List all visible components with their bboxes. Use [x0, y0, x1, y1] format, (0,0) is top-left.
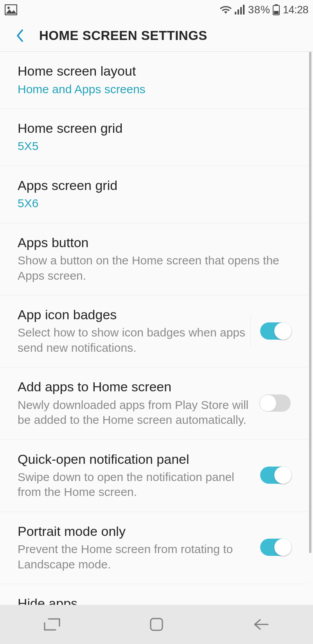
item-subtitle: 5X5 [18, 139, 291, 154]
home-button[interactable] [143, 615, 170, 633]
recents-icon [44, 618, 60, 631]
clock: 14:28 [283, 4, 308, 16]
item-title: Quick-open notification panel [18, 451, 251, 468]
title-bar: HOME SCREEN SETTINGS [0, 20, 313, 52]
item-subtitle: Home and Apps screens [18, 82, 291, 97]
settings-item-8[interactable]: Hide apps [0, 584, 308, 605]
item-title: Hide apps [18, 595, 291, 605]
svg-rect-5 [243, 5, 245, 14]
svg-rect-4 [240, 7, 242, 14]
settings-item-7[interactable]: Portrait mode onlyPrevent the Home scree… [0, 512, 308, 584]
scrollbar[interactable] [309, 52, 311, 553]
toggle-switch[interactable] [260, 322, 291, 340]
svg-rect-2 [235, 12, 236, 14]
settings-item-2[interactable]: Apps screen grid5X6 [0, 166, 308, 223]
toggle-switch[interactable] [260, 539, 291, 556]
chevron-left-icon [16, 29, 24, 43]
navigation-bar [0, 605, 313, 644]
item-title: Apps button [18, 234, 291, 251]
item-subtitle: Select how to show icon badges when apps… [18, 325, 250, 355]
item-title: Home screen layout [18, 63, 291, 80]
svg-rect-9 [151, 619, 162, 630]
settings-item-3[interactable]: Apps buttonShow a button on the Home scr… [0, 223, 308, 295]
home-icon [150, 618, 163, 631]
battery-icon [273, 4, 280, 15]
battery-percent: 38% [248, 4, 270, 16]
back-icon [253, 618, 269, 631]
item-title: Add apps to Home screen [18, 378, 251, 395]
svg-rect-8 [274, 11, 279, 14]
back-button[interactable] [13, 28, 27, 43]
item-subtitle: Newly downloaded apps from Play Store wi… [18, 398, 251, 428]
settings-list: Home screen layoutHome and Apps screensH… [0, 52, 308, 605]
status-bar: 38% 14:28 [0, 0, 313, 20]
item-title: Apps screen grid [18, 177, 291, 194]
item-title: App icon badges [18, 306, 250, 323]
wifi-icon [219, 5, 232, 15]
settings-item-5[interactable]: Add apps to Home screenNewly downloaded … [0, 367, 308, 440]
nav-back-button[interactable] [247, 615, 275, 633]
item-subtitle: Swipe down to open the notification pane… [18, 470, 251, 500]
recents-button[interactable] [38, 615, 66, 633]
item-title: Home screen grid [18, 120, 291, 137]
settings-item-4[interactable]: App icon badgesSelect how to show icon b… [0, 295, 308, 367]
settings-item-0[interactable]: Home screen layoutHome and Apps screens [0, 52, 308, 109]
toggle-switch[interactable] [260, 394, 291, 412]
page-title: HOME SCREEN SETTINGS [39, 28, 207, 43]
toggle-switch[interactable] [260, 467, 291, 484]
item-subtitle: 5X6 [18, 196, 291, 211]
item-subtitle: Show a button on the Home screen that op… [18, 253, 291, 283]
item-title: Portrait mode only [18, 523, 251, 540]
svg-point-1 [7, 7, 10, 9]
svg-rect-3 [237, 9, 239, 14]
picture-icon [5, 4, 17, 15]
signal-icon [235, 5, 246, 15]
item-subtitle: Prevent the Home screen from rotating to… [18, 542, 251, 572]
settings-item-1[interactable]: Home screen grid5X5 [0, 109, 308, 166]
settings-item-6[interactable]: Quick-open notification panelSwipe down … [0, 440, 308, 512]
